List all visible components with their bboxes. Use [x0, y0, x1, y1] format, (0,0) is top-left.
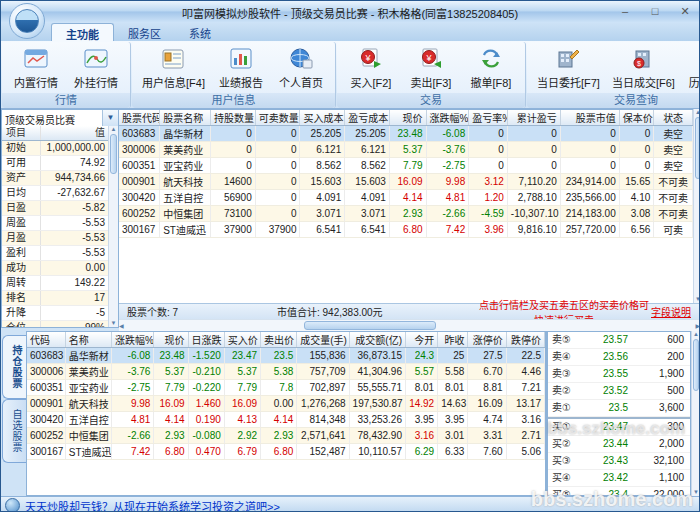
column-header[interactable]: 持股数量	[211, 110, 256, 126]
order-book-scrollbar[interactable]: ▲▼	[691, 331, 700, 496]
order-book-row[interactable]: 卖④23.56200	[548, 349, 690, 366]
order-book-row[interactable]: 卖③23.551,900	[548, 366, 690, 383]
order-book-price[interactable]: 23.47	[582, 419, 628, 435]
field-description-link[interactable]: 字段说明	[651, 304, 691, 319]
order-book-row[interactable]: 买②23.442,000	[548, 436, 690, 453]
account-row[interactable]: 升降-5	[2, 306, 109, 321]
account-row[interactable]: 仓位99%	[2, 321, 109, 328]
column-header[interactable]: 累计盈亏	[507, 110, 560, 126]
order-book-price[interactable]: 23.57	[582, 332, 628, 348]
column-header[interactable]: 可卖数量	[255, 110, 300, 126]
holdings-row[interactable]: 000901航天科技14600015.60315.60316.099.983.1…	[119, 174, 693, 190]
learn-investing-link[interactable]: 天天炒股却亏钱？从现在开始系统学习投资之道吧>>	[25, 498, 280, 512]
order-book-row[interactable]: 买③23.4332,100	[548, 453, 690, 470]
account-row[interactable]: 成功0.00	[2, 261, 109, 276]
quotes-row[interactable]: 300167ST迪威迅7.426.800.4706.796.80152,4871…	[27, 444, 545, 460]
account-row[interactable]: 周转149.22	[2, 276, 109, 291]
toolbar-button-个人首页[interactable]: 个人首页	[271, 44, 331, 92]
account-row[interactable]: 初始1,000,000.00	[2, 141, 109, 156]
side-tab-自选股票[interactable]: 自选股票	[2, 399, 27, 463]
order-book-price[interactable]: 23.43	[582, 453, 628, 469]
tab-主功能[interactable]: 主功能	[51, 23, 114, 41]
column-header[interactable]: 现价	[154, 332, 188, 348]
close-icon[interactable]: ✕	[677, 4, 693, 18]
column-header[interactable]: 盈亏率%	[469, 110, 508, 126]
column-header[interactable]: 名称	[65, 332, 111, 348]
account-row[interactable]: 周盈-5.53	[2, 216, 109, 231]
order-book-row[interactable]: 买④23.421,100	[548, 470, 690, 487]
quotes-row[interactable]: 300420五洋自控4.814.140.1904.134.14814,34833…	[27, 412, 545, 428]
account-row[interactable]: 日盈-5.82	[2, 201, 109, 216]
column-header[interactable]: 盈亏成本	[345, 110, 390, 126]
column-header[interactable]: 跌停价	[506, 332, 544, 348]
column-header[interactable]: 涨跌幅%	[112, 332, 154, 348]
order-book-row[interactable]: 卖②23.52500	[548, 383, 690, 400]
holdings-scrollbar[interactable]: ▲▼	[693, 109, 700, 303]
holdings-row[interactable]: 600252中恒集团7310003.0713.0712.93-2.66-4.59…	[119, 206, 693, 222]
column-header[interactable]: 买入成本	[300, 110, 345, 126]
order-book-price[interactable]: 23.42	[582, 470, 628, 486]
quotes-row[interactable]: 600252中恒集团-2.662.93-0.0802.922.932,571,6…	[27, 428, 545, 444]
column-header[interactable]: 保本价	[619, 110, 654, 126]
order-book-price[interactable]: 23.44	[582, 436, 628, 452]
account-panel-scrollbar[interactable]: ▲▼	[108, 126, 118, 327]
order-book-row[interactable]: 买①23.47300	[548, 417, 690, 436]
toolbar-button-撤单[F8][interactable]: 撤单[F8]	[461, 44, 521, 92]
holdings-row[interactable]: 600351亚宝药业008.5628.5627.79-2.750000卖空	[119, 158, 693, 174]
toolbar-button-内置行情[interactable]: 内置行情	[6, 44, 66, 92]
tab-系统[interactable]: 系统	[175, 23, 225, 41]
column-header[interactable]: 涨跌幅%	[426, 110, 469, 126]
toolbar-button-卖出[F3][interactable]: ¥卖出[F3]	[401, 44, 461, 92]
column-header[interactable]: 股票名称	[160, 110, 211, 126]
holdings-row[interactable]: 603683晶华新材0025.20525.20523.48-6.080000卖空	[119, 126, 693, 142]
column-header[interactable]: 成交量(手)	[297, 332, 349, 348]
quotes-row[interactable]: 300006莱美药业-3.765.37-0.2105.375.38757,709…	[27, 364, 545, 380]
toolbar-button-历史成交[interactable]: 历史成交	[681, 44, 700, 92]
quotes-row[interactable]: 603683晶华新材-6.0823.48-1.52023.4723.5155,8…	[27, 348, 545, 364]
maximize-icon[interactable]: □	[647, 4, 663, 18]
toolbar-button-买入[F2][interactable]: ¥买入[F2]	[341, 44, 401, 92]
column-header[interactable]: 股票代码	[119, 110, 160, 126]
side-tab-持仓股票[interactable]: 持仓股票	[2, 335, 27, 399]
horizontal-scrollbar[interactable]: ◀▶	[119, 319, 700, 331]
account-row[interactable]: 日均-27,632.67	[2, 186, 109, 201]
toolbar-button-当日成交[F6][interactable]: $当日成交[F6]	[606, 44, 681, 92]
holdings-row[interactable]: 300167ST迪威迅37900379006.5416.5416.807.423…	[119, 222, 693, 238]
quotes-row[interactable]: 000901航天科技9.9816.091.46016.090.001,276,2…	[27, 396, 545, 412]
column-header[interactable]: 昨收	[438, 332, 468, 348]
toolbar-button-用户信息[F4][interactable]: 用户信息[F4]	[136, 44, 211, 92]
column-header[interactable]: 股票市值	[560, 110, 619, 126]
order-book-price[interactable]: 23.56	[582, 349, 628, 365]
order-book-price[interactable]: 23.4	[582, 487, 628, 496]
column-header[interactable]: 成交额(亿)	[349, 332, 405, 348]
column-header[interactable]: 代码	[27, 332, 65, 348]
account-row[interactable]: 盈利-5.53	[2, 246, 109, 261]
column-header[interactable]: 涨停价	[468, 332, 506, 348]
column-header[interactable]: 日涨跌	[188, 332, 224, 348]
account-row[interactable]: 月盈-5.53	[2, 231, 109, 246]
column-header[interactable]: 买入价	[224, 332, 260, 348]
quotes-row[interactable]: 600351亚宝药业-2.757.79-0.2207.797.8702,8975…	[27, 380, 545, 396]
account-row[interactable]: 资产944,734.66	[2, 171, 109, 186]
order-book-row[interactable]: 卖①23.53,600	[548, 400, 690, 417]
column-header[interactable]: 今开	[405, 332, 437, 348]
order-book-price[interactable]: 23.5	[582, 400, 628, 416]
account-row[interactable]: 排名17	[2, 291, 109, 306]
column-header[interactable]: 现价	[389, 110, 426, 126]
toolbar-button-业绩报告[interactable]: 业绩报告	[211, 44, 271, 92]
chevron-down-icon[interactable]: ▼	[102, 110, 118, 126]
order-book-price[interactable]: 23.52	[582, 383, 628, 399]
order-book-price[interactable]: 23.55	[582, 366, 628, 382]
column-header[interactable]: 卖出价	[261, 332, 297, 348]
order-book-row[interactable]: 买⑤23.422,000	[548, 487, 690, 496]
account-row[interactable]: 可用74.92	[2, 156, 109, 171]
toolbar-button-当日委托[F7][interactable]: 当日委托[F7]	[531, 44, 606, 92]
order-book-row[interactable]: 卖⑤23.57600	[548, 332, 690, 349]
tab-服务区[interactable]: 服务区	[114, 23, 175, 41]
minimize-icon[interactable]: –	[617, 4, 633, 18]
toolbar-button-外挂行情[interactable]: 外挂行情	[66, 44, 126, 92]
holdings-row[interactable]: 300420五洋自控5690004.0914.0914.144.811.202,…	[119, 190, 693, 206]
column-header[interactable]: 状态	[654, 110, 693, 126]
holdings-row[interactable]: 300006莱美药业006.1216.1215.37-3.760000卖空	[119, 142, 693, 158]
contest-dropdown[interactable]: 顶级交易员比赛 ▼	[2, 110, 118, 127]
